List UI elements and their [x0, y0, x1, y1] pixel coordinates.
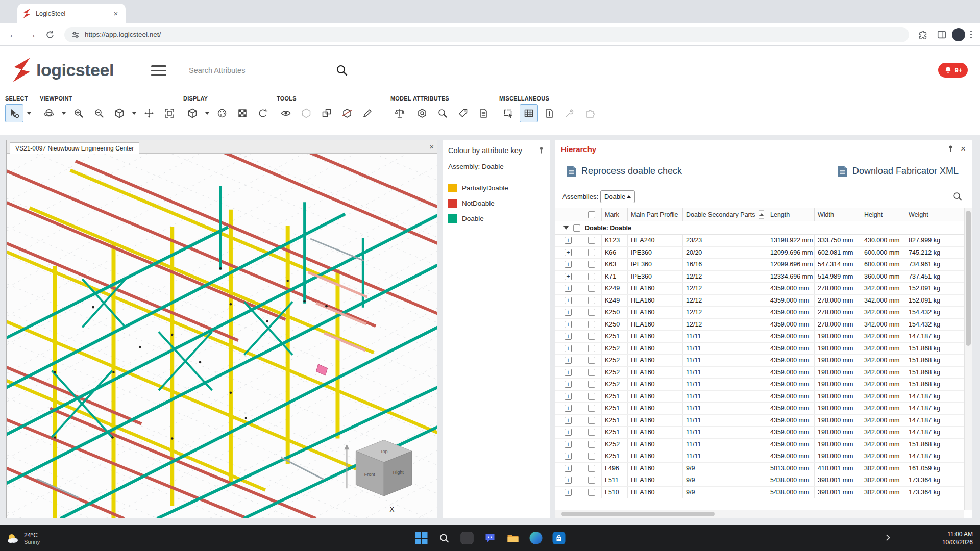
- table-row[interactable]: + K252 HEA160 11/11 4359.000 mm 190.000 …: [555, 379, 964, 391]
- row-checkbox[interactable]: [588, 261, 595, 268]
- attribute-tag-button[interactable]: [454, 104, 472, 122]
- nav-cube-front-label[interactable]: Front: [364, 472, 375, 477]
- expand-row-icon[interactable]: +: [565, 453, 572, 460]
- browser-tab[interactable]: LogicSteel ×: [17, 4, 126, 23]
- model-compare-button[interactable]: [390, 104, 409, 122]
- select-tool-dropdown-icon[interactable]: [26, 104, 33, 122]
- expand-row-icon[interactable]: +: [565, 393, 572, 400]
- expand-row-icon[interactable]: +: [565, 429, 572, 436]
- col-mark[interactable]: Mark: [602, 208, 628, 221]
- expand-row-icon[interactable]: +: [565, 333, 572, 340]
- tray-chevron-icon[interactable]: [884, 534, 890, 541]
- viewport-close-icon[interactable]: ×: [429, 143, 434, 151]
- table-row[interactable]: + K249 HEA160 12/12 4359.000 mm 278.000 …: [555, 283, 964, 295]
- row-checkbox[interactable]: [588, 441, 595, 448]
- plugins-button[interactable]: [581, 104, 599, 122]
- nav-cube-top-label[interactable]: Top: [380, 449, 387, 454]
- table-row[interactable]: + K250 HEA160 12/12 4359.000 mm 278.000 …: [555, 307, 964, 319]
- logicsteel-logo[interactable]: logicsteel: [11, 57, 114, 83]
- row-checkbox[interactable]: [588, 429, 595, 436]
- chat-button[interactable]: [483, 531, 497, 545]
- group-row-doable[interactable]: Doable: Doable: [555, 221, 964, 235]
- row-checkbox[interactable]: [588, 297, 595, 304]
- zoom-extents-button[interactable]: [160, 104, 179, 122]
- row-checkbox[interactable]: [588, 273, 595, 280]
- row-checkbox[interactable]: [588, 333, 595, 340]
- row-checkbox[interactable]: [588, 405, 595, 412]
- table-row[interactable]: + K251 HEA160 11/11 4359.000 mm 190.000 …: [555, 391, 964, 403]
- hierarchy-search-icon[interactable]: [952, 191, 963, 202]
- transparency-button[interactable]: [233, 104, 252, 122]
- attribute-report-button[interactable]: [474, 104, 493, 122]
- refresh-icon[interactable]: [42, 27, 58, 43]
- group-checkbox[interactable]: [573, 224, 580, 232]
- measure-button[interactable]: [358, 104, 377, 122]
- table-row[interactable]: + K250 HEA160 12/12 4359.000 mm 278.000 …: [555, 319, 964, 331]
- expand-row-icon[interactable]: +: [565, 405, 572, 412]
- row-checkbox[interactable]: [588, 381, 595, 388]
- row-checkbox[interactable]: [588, 345, 595, 352]
- horizontal-scrollbar-thumb[interactable]: [561, 512, 715, 516]
- table-row[interactable]: + K251 HEA160 11/11 4359.000 mm 190.000 …: [555, 450, 964, 463]
- row-checkbox[interactable]: [588, 369, 595, 376]
- row-checkbox[interactable]: [588, 285, 595, 292]
- hierarchy-close-icon[interactable]: ×: [961, 144, 966, 153]
- download-fabricator-xml-button[interactable]: Download Fabricator XML: [838, 165, 959, 177]
- zoom-out-button[interactable]: [90, 104, 108, 122]
- row-checkbox[interactable]: [588, 309, 595, 316]
- orbit-dropdown-icon[interactable]: [60, 104, 67, 122]
- attribute-nut-button[interactable]: [413, 104, 431, 122]
- pan-axes-button[interactable]: [140, 104, 158, 122]
- edge-browser-button[interactable]: [529, 531, 543, 545]
- pin-icon[interactable]: [947, 145, 954, 153]
- table-row[interactable]: + K71 IPE360 12/12 12334.696 mm 514.989 …: [555, 271, 964, 283]
- expand-row-icon[interactable]: +: [565, 309, 572, 316]
- horizontal-scrollbar[interactable]: [555, 510, 964, 518]
- row-checkbox[interactable]: [588, 453, 595, 460]
- hamburger-menu-icon[interactable]: [151, 65, 166, 76]
- notifications-button[interactable]: 9+: [938, 63, 968, 78]
- expand-row-icon[interactable]: +: [565, 477, 572, 484]
- assembly-parts-button[interactable]: [317, 104, 336, 122]
- pin-icon[interactable]: [538, 146, 545, 154]
- viewport-maximize-icon[interactable]: [420, 144, 425, 149]
- reprocess-doable-check-button[interactable]: Reprocess doable check: [567, 165, 682, 177]
- table-row[interactable]: + K249 HEA160 12/12 4359.000 mm 278.000 …: [555, 295, 964, 307]
- table-row[interactable]: + K251 HEA160 11/11 4359.000 mm 190.000 …: [555, 427, 964, 439]
- expand-row-icon[interactable]: +: [565, 489, 572, 496]
- attribute-search-button[interactable]: [433, 104, 452, 122]
- row-checkbox[interactable]: [588, 477, 595, 484]
- row-checkbox[interactable]: [588, 357, 595, 364]
- group-collapse-icon[interactable]: [564, 226, 569, 230]
- col-doable-secondary-parts[interactable]: Doable Secondary Parts: [683, 208, 767, 221]
- display-mode-dropdown-icon[interactable]: [204, 104, 211, 122]
- table-row[interactable]: + L510 HEA160 9/9 5438.000 mm 390.001 mm…: [555, 487, 964, 499]
- viewport-title-tab[interactable]: VS21-0097 Nieuwbouw Engineering Center: [10, 142, 139, 154]
- row-checkbox[interactable]: [588, 465, 595, 472]
- col-width[interactable]: Width: [815, 208, 861, 221]
- col-weight[interactable]: Weight: [905, 208, 964, 221]
- expand-row-icon[interactable]: +: [565, 249, 572, 256]
- tab-close-icon[interactable]: ×: [111, 9, 120, 18]
- hierarchy-grid-button[interactable]: [520, 104, 538, 122]
- table-row[interactable]: + K251 HEA160 11/11 4359.000 mm 190.000 …: [555, 403, 964, 415]
- reset-view-button[interactable]: [254, 104, 272, 122]
- expand-row-icon[interactable]: +: [565, 465, 572, 472]
- hide-parts-button[interactable]: [297, 104, 315, 122]
- vertical-scrollbar-thumb[interactable]: [966, 211, 971, 346]
- taskbar-weather-widget[interactable]: 24°C Sunny: [6, 532, 40, 545]
- address-bar[interactable]: https://app.logicsteel.net/: [64, 27, 909, 42]
- row-checkbox[interactable]: [588, 417, 595, 424]
- col-height[interactable]: Height: [861, 208, 905, 221]
- expand-row-icon[interactable]: +: [565, 357, 572, 364]
- extensions-icon[interactable]: [915, 27, 932, 43]
- orbit-button[interactable]: [40, 104, 58, 122]
- table-row[interactable]: + K66 IPE360 20/20 12099.696 mm 602.081 …: [555, 247, 964, 259]
- start-button[interactable]: [414, 531, 428, 545]
- expand-row-icon[interactable]: +: [565, 369, 572, 376]
- visibility-button[interactable]: [277, 104, 295, 122]
- col-main-part-profile[interactable]: Main Part Profile: [628, 208, 683, 221]
- display-mode-button[interactable]: [183, 104, 202, 122]
- select-all-checkbox[interactable]: [588, 211, 595, 218]
- taskbar-clock[interactable]: 11:00 AM 10/03/2026: [942, 530, 973, 546]
